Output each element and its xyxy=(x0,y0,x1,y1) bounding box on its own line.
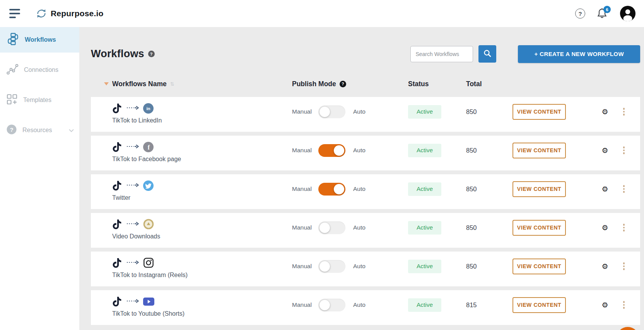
column-publish-mode: Publish Mode xyxy=(292,80,336,88)
status-badge: Active xyxy=(408,260,441,273)
manual-label: Manual xyxy=(292,185,317,192)
total-count: 850 xyxy=(466,185,477,192)
svg-text:f: f xyxy=(148,144,150,151)
table-row: TikTok to Youtube (Shorts) Manual Auto A… xyxy=(91,290,640,325)
column-workflows-name: Workflows Name xyxy=(112,80,167,88)
drive-icon xyxy=(143,219,154,230)
resources-icon: ? xyxy=(6,124,17,136)
toggle-knob xyxy=(319,300,330,310)
workflow-name: TikTok to Youtube (Shorts) xyxy=(112,310,292,317)
repurpose-logo-icon xyxy=(36,8,47,19)
chevron-down-icon xyxy=(69,127,74,134)
publish-mode-toggle[interactable] xyxy=(318,221,345,234)
templates-icon xyxy=(6,94,18,107)
facebook-icon: f xyxy=(143,142,154,152)
sidebar-item-resources[interactable]: ? Resources xyxy=(0,117,79,143)
status-badge: Active xyxy=(408,144,441,157)
auto-label: Auto xyxy=(353,185,366,192)
kebab-menu-icon[interactable] xyxy=(620,301,628,309)
sidebar-item-workflows[interactable]: Workflows xyxy=(0,27,79,53)
sidebar-item-label: Resources xyxy=(22,127,52,134)
flow-arrow-icon xyxy=(126,143,139,150)
manual-label: Manual xyxy=(292,263,317,270)
view-content-button[interactable]: VIEW CONTENT xyxy=(512,143,566,158)
search-input[interactable] xyxy=(410,46,473,62)
brand[interactable]: Repurpose.io xyxy=(36,8,104,19)
toggle-knob xyxy=(334,145,344,156)
sort-direction-icon[interactable] xyxy=(104,82,109,85)
create-workflow-button[interactable]: + CREATE A NEW WORKFLOW xyxy=(518,45,640,63)
title-help-icon[interactable]: ? xyxy=(148,51,155,57)
tiktok-icon xyxy=(112,103,122,114)
settings-gear-icon[interactable]: ⚙︎ xyxy=(601,185,608,193)
linkedin-icon: in xyxy=(143,103,154,114)
settings-gear-icon[interactable]: ⚙︎ xyxy=(601,108,608,116)
hamburger-menu-icon[interactable] xyxy=(9,9,22,18)
auto-label: Auto xyxy=(353,301,366,308)
status-badge: Active xyxy=(408,221,441,235)
table-header: Workflows Name ⇅ Publish Mode ? Status T… xyxy=(91,76,640,92)
kebab-menu-icon[interactable] xyxy=(620,185,628,193)
svg-text:?: ? xyxy=(10,126,13,133)
publish-mode-toggle[interactable] xyxy=(318,260,345,273)
tiktok-icon xyxy=(112,142,122,152)
notification-bell-icon[interactable]: 6 xyxy=(597,7,608,20)
toggle-knob xyxy=(319,223,330,233)
twitter-icon xyxy=(143,180,154,191)
sidebar-item-label: Templates xyxy=(23,97,51,104)
flow-arrow-icon xyxy=(126,298,139,305)
table-row: f TikTok to Facebook page Manual Auto Ac… xyxy=(91,136,640,170)
view-content-button[interactable]: VIEW CONTENT xyxy=(512,104,566,120)
manual-label: Manual xyxy=(292,147,317,154)
sidebar-item-templates[interactable]: Templates xyxy=(0,87,79,113)
toggle-knob xyxy=(319,107,330,117)
flow-arrow-icon xyxy=(126,182,139,189)
help-icon[interactable]: ? xyxy=(575,9,585,19)
sidebar-item-label: Connections xyxy=(24,66,58,73)
auto-label: Auto xyxy=(353,108,366,115)
toggle-knob xyxy=(334,184,344,194)
view-content-button[interactable]: VIEW CONTENT xyxy=(512,297,566,313)
view-content-button[interactable]: VIEW CONTENT xyxy=(512,259,566,274)
tiktok-icon xyxy=(112,258,122,268)
total-count: 850 xyxy=(466,108,477,115)
publish-mode-toggle[interactable] xyxy=(318,144,345,157)
avatar[interactable] xyxy=(620,6,635,21)
kebab-menu-icon[interactable] xyxy=(620,224,628,231)
help-glyph: ? xyxy=(578,10,582,17)
workflow-name: TikTok to Instagram (Reels) xyxy=(112,272,292,279)
sort-toggle-icon[interactable]: ⇅ xyxy=(170,81,174,87)
publish-mode-toggle[interactable] xyxy=(318,183,345,196)
workflow-name: Video Downloads xyxy=(112,233,292,240)
sidebar-item-label: Workflows xyxy=(25,36,56,43)
sidebar-item-connections[interactable]: Connections xyxy=(0,57,79,83)
page-title-text: Workflows xyxy=(91,48,144,60)
view-content-button[interactable]: VIEW CONTENT xyxy=(512,181,566,197)
flow-arrow-icon xyxy=(126,259,139,266)
settings-gear-icon[interactable]: ⚙︎ xyxy=(601,301,608,309)
column-status: Status xyxy=(408,80,466,88)
tiktok-icon xyxy=(112,219,122,230)
tiktok-icon xyxy=(112,180,122,191)
kebab-menu-icon[interactable] xyxy=(620,146,628,154)
auto-label: Auto xyxy=(353,224,366,231)
toggle-knob xyxy=(319,261,330,272)
sidebar: Workflows Connections xyxy=(0,27,79,330)
publish-mode-help-icon[interactable]: ? xyxy=(340,81,346,87)
publish-mode-toggle[interactable] xyxy=(318,105,345,118)
page-title: Workflows ? xyxy=(91,48,155,60)
flow-arrow-icon xyxy=(126,221,139,228)
settings-gear-icon[interactable]: ⚙︎ xyxy=(601,224,608,232)
publish-mode-toggle[interactable] xyxy=(318,299,345,311)
kebab-menu-icon[interactable] xyxy=(620,108,628,116)
settings-gear-icon[interactable]: ⚙︎ xyxy=(601,146,608,155)
total-count: 815 xyxy=(466,301,477,308)
view-content-button[interactable]: VIEW CONTENT xyxy=(512,220,566,236)
main-content: Workflows ? + CREATE A NEW WORKFLOW Work… xyxy=(79,27,644,330)
search-button[interactable] xyxy=(478,45,496,63)
table-row: TikTok to Instagram (Reels) Manual Auto … xyxy=(91,252,640,286)
settings-gear-icon[interactable]: ⚙︎ xyxy=(601,262,608,270)
status-badge: Active xyxy=(408,105,441,119)
kebab-menu-icon[interactable] xyxy=(620,262,628,270)
tiktok-icon xyxy=(112,296,122,307)
